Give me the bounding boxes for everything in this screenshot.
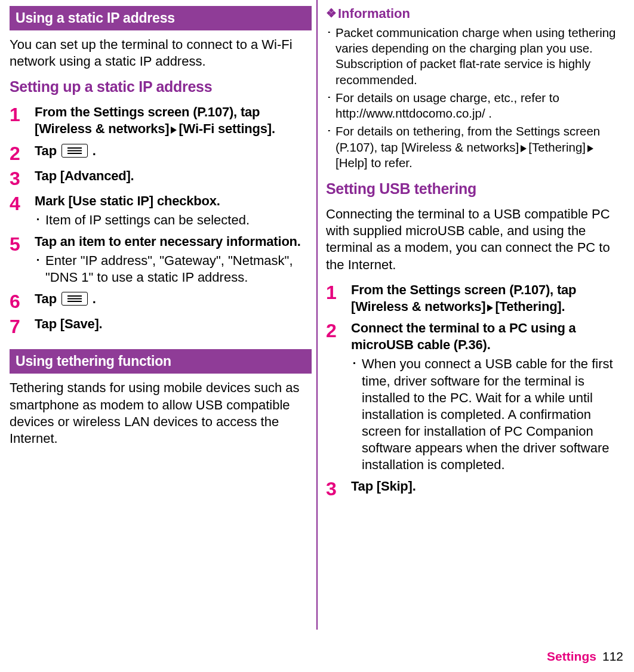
step-text: Tap [35,143,60,158]
subheading-setup-static-ip: Setting up a static IP address [10,78,312,95]
step-body: Tap [Save]. [35,316,312,336]
step: 3 Tap [Advanced]. [10,168,312,188]
step-title: Tap [Save]. [35,316,312,332]
step-body: From the Settings screen (P.107), tap [W… [351,282,624,315]
triangle-icon [521,145,527,152]
step-title: Tap . [35,291,312,307]
step-body: From the Settings screen (P.107), tap [W… [35,104,312,137]
step-bullet: ･ When you connect a USB cable for the f… [351,356,624,473]
info-bullet-text: For details on tethering, from the Setti… [336,124,624,171]
step: 6 Tap . [10,291,312,311]
step-body: Tap . [35,143,312,163]
step-number: 7 [10,316,35,336]
bullet-text: Enter "IP address", "Gateway", "Netmask"… [45,252,312,286]
bullet-dot-icon: ･ [35,252,45,286]
step-bullet: ･ Item of IP settings can be selected. [35,212,312,229]
menu-icon [61,144,88,158]
step-number: 5 [10,233,35,286]
step: 1 From the Settings screen (P.107), tap … [10,104,312,137]
steps-usb-tethering: 1 From the Settings screen (P.107), tap … [326,282,624,499]
information-heading-text: Information [338,6,410,21]
right-column: ❖Information ･ Packet communication char… [318,0,634,630]
intro-static-ip: You can set up the terminal to connect t… [10,36,312,70]
step-title: Tap [Skip]. [351,478,624,495]
bullet-dot-icon: ･ [351,356,362,473]
step-number: 3 [10,168,35,188]
step-number: 2 [326,320,351,473]
step: 5 Tap an item to enter necessary informa… [10,233,312,286]
section-heading-static-ip: Using a static IP address [10,6,312,30]
section-heading-tethering: Using tethering function [10,349,312,374]
step-title: Tap [Advanced]. [35,168,312,184]
info-text: [Help] to refer. [336,156,413,169]
left-column: Using a static IP address You can set up… [0,0,316,630]
step: 2 Tap . [10,143,312,163]
page-footer: Settings112 [547,649,623,664]
step-body: Tap [Skip]. [351,478,624,498]
step: 7 Tap [Save]. [10,316,312,336]
info-bullet-text: For details on usage charge, etc., refer… [336,90,624,121]
triangle-icon [587,145,593,152]
step-number: 2 [10,143,35,163]
step-body: Tap [Advanced]. [35,168,312,188]
step-number: 6 [10,291,35,311]
step: 4 Mark [Use static IP] checkbox. ･ Item … [10,193,312,229]
step-text: [Tethering]. [495,299,565,314]
information-heading: ❖Information [326,6,624,21]
step-body: Tap an item to enter necessary informati… [35,233,312,286]
step-title: Mark [Use static IP] checkbox. [35,193,312,209]
step-body: Mark [Use static IP] checkbox. ･ Item of… [35,193,312,229]
step-number: 1 [10,104,35,137]
step-title: Connect the terminal to a PC using a mic… [351,320,624,353]
step-title: Tap . [35,143,312,159]
triangle-icon [171,127,177,134]
bullet-dot-icon: ･ [35,212,45,229]
step-number: 4 [10,193,35,229]
bullet-text: When you connect a USB cable for the fir… [362,356,624,473]
info-bullet: ･ Packet communication charge when using… [326,25,624,88]
info-bullet: ･ For details on tethering, from the Set… [326,124,624,171]
bullet-dot-icon: ･ [326,90,336,121]
subheading-usb-tethering: Setting USB tethering [326,180,624,198]
step-text: [Wi-Fi settings]. [178,121,275,136]
step-text: . [89,291,96,306]
step-title: From the Settings screen (P.107), tap [W… [35,104,312,137]
step-title: Tap an item to enter necessary informati… [35,233,312,250]
bullet-text: Item of IP settings can be selected. [45,212,312,229]
triangle-icon [487,304,493,312]
step: 2 Connect the terminal to a PC using a m… [326,320,624,473]
info-text: [Tethering] [528,140,586,154]
steps-static-ip: 1 From the Settings screen (P.107), tap … [10,104,312,336]
step-body: Tap . [35,291,312,311]
step-number: 3 [326,478,351,498]
footer-page-number: 112 [602,649,623,663]
step-bullet: ･ Enter "IP address", "Gateway", "Netmas… [35,252,312,286]
intro-usb-tethering: Connecting the terminal to a USB compati… [326,206,624,273]
bullet-dot-icon: ･ [326,25,336,88]
bullet-dot-icon: ･ [326,124,336,171]
step-title: From the Settings screen (P.107), tap [W… [351,282,624,315]
intro-tethering: Tethering stands for using mobile device… [10,380,312,447]
info-bullet-text: Packet communication charge when using t… [336,25,624,88]
step-body: Connect the terminal to a PC using a mic… [351,320,624,473]
step: 1 From the Settings screen (P.107), tap … [326,282,624,315]
step-text: . [89,143,96,158]
info-bullet: ･ For details on usage charge, etc., ref… [326,90,624,121]
step-text: Tap [35,291,60,306]
page-columns: Using a static IP address You can set up… [0,0,634,630]
diamond-icon: ❖ [326,6,337,20]
footer-section-label: Settings [547,649,596,663]
step-number: 1 [326,282,351,315]
step: 3 Tap [Skip]. [326,478,624,498]
menu-icon [61,292,88,306]
